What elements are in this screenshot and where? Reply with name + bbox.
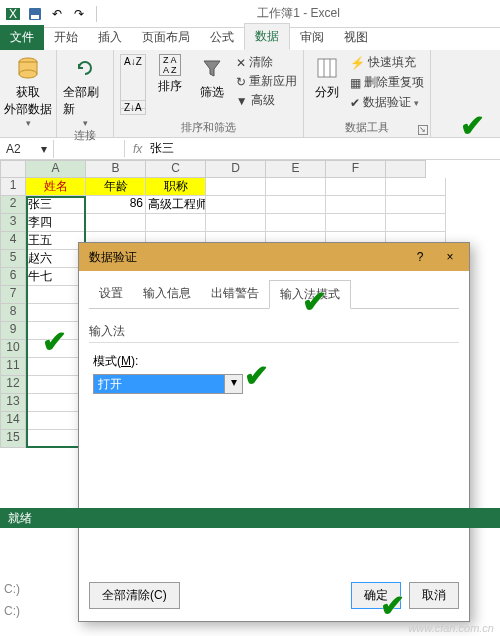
cell[interactable] <box>26 340 86 358</box>
row-header[interactable]: 14 <box>0 412 26 430</box>
dialog-tab-input-message[interactable]: 输入信息 <box>133 280 201 309</box>
tab-review[interactable]: 审阅 <box>290 25 334 50</box>
reapply-button[interactable]: ↻重新应用 <box>236 73 297 90</box>
cell[interactable]: 李四 <box>26 214 86 232</box>
cell[interactable] <box>26 430 86 448</box>
cell[interactable]: 年龄 <box>86 178 146 196</box>
formula-content[interactable]: 张三 <box>150 140 174 157</box>
row-header[interactable]: 4 <box>0 232 26 250</box>
clear-button[interactable]: ✕清除 <box>236 54 297 71</box>
row-header[interactable]: 9 <box>0 322 26 340</box>
cell[interactable]: 姓名 <box>26 178 86 196</box>
cell[interactable] <box>386 214 446 232</box>
select-all-corner[interactable] <box>0 160 26 178</box>
row-header[interactable]: 11 <box>0 358 26 376</box>
data-validation-button[interactable]: ✔数据验证▾ <box>350 94 424 111</box>
cell[interactable]: 高级工程师 <box>146 196 206 214</box>
cell[interactable]: 赵六 <box>26 250 86 268</box>
cell[interactable] <box>26 322 86 340</box>
row-header[interactable]: 7 <box>0 286 26 304</box>
cell[interactable] <box>386 178 446 196</box>
save-icon[interactable] <box>26 5 44 23</box>
ime-group-legend: 输入法 <box>89 323 459 340</box>
cell[interactable] <box>266 196 326 214</box>
row-header[interactable]: 8 <box>0 304 26 322</box>
cell[interactable]: 王五 <box>26 232 86 250</box>
sort-za-button[interactable]: Z↓A <box>120 100 146 115</box>
text-to-columns-button[interactable]: 分列 <box>310 54 344 111</box>
group-sort-filter: A↓Z Z AA Z 排序 筛选 ✕清除 ↻重新应用 ▼高级 <box>114 50 304 137</box>
cell[interactable] <box>326 178 386 196</box>
col-header[interactable]: D <box>206 160 266 178</box>
col-header[interactable]: E <box>266 160 326 178</box>
help-button[interactable]: ? <box>405 250 435 264</box>
cell[interactable] <box>26 286 86 304</box>
tab-page-layout[interactable]: 页面布局 <box>132 25 200 50</box>
cell[interactable] <box>326 196 386 214</box>
cell[interactable] <box>26 304 86 322</box>
row-header[interactable]: 2 <box>0 196 26 214</box>
get-external-data-button[interactable]: 获取 外部数据 ▾ <box>6 54 50 128</box>
cell[interactable] <box>146 214 206 232</box>
tab-formulas[interactable]: 公式 <box>200 25 244 50</box>
cell[interactable]: 86 <box>86 196 146 214</box>
remove-duplicates-button[interactable]: ▦删除重复项 <box>350 74 424 91</box>
fx-icon[interactable]: fx <box>133 142 142 156</box>
row-header[interactable]: 3 <box>0 214 26 232</box>
clear-all-button[interactable]: 全部清除(C) <box>89 582 180 609</box>
cell[interactable] <box>206 196 266 214</box>
status-bar: 就绪 <box>0 508 500 528</box>
row-header[interactable]: 10 <box>0 340 26 358</box>
col-header[interactable] <box>386 160 426 178</box>
col-header[interactable]: B <box>86 160 146 178</box>
ok-button[interactable]: 确定 <box>351 582 401 609</box>
row-header[interactable]: 12 <box>0 376 26 394</box>
dialog-tab-ime-mode[interactable]: 输入法模式 <box>269 280 351 309</box>
cell[interactable]: 职称 <box>146 178 206 196</box>
tab-home[interactable]: 开始 <box>44 25 88 50</box>
cell[interactable] <box>26 376 86 394</box>
cell[interactable] <box>26 358 86 376</box>
row-header[interactable]: 13 <box>0 394 26 412</box>
undo-icon[interactable]: ↶ <box>48 5 66 23</box>
cell[interactable] <box>206 214 266 232</box>
svg-point-6 <box>19 70 37 78</box>
row-header[interactable]: 15 <box>0 430 26 448</box>
flash-fill-button[interactable]: ⚡快速填充 <box>350 54 424 71</box>
row-header[interactable]: 5 <box>0 250 26 268</box>
cell[interactable] <box>266 178 326 196</box>
tab-data[interactable]: 数据 <box>244 23 290 50</box>
col-header[interactable]: F <box>326 160 386 178</box>
dialog-title-bar[interactable]: 数据验证 ? × <box>79 243 469 271</box>
cell[interactable]: 牛七 <box>26 268 86 286</box>
cell[interactable] <box>26 412 86 430</box>
mode-dropdown[interactable]: 打开 ▾ <box>93 374 243 394</box>
funnel-icon <box>198 54 226 82</box>
refresh-all-button[interactable]: 全部刷新 ▾ <box>63 54 107 128</box>
tab-file[interactable]: 文件 <box>0 25 44 50</box>
refresh-label: 全部刷新 <box>63 84 107 118</box>
cell[interactable] <box>206 178 266 196</box>
cell[interactable]: 张三 <box>26 196 86 214</box>
redo-icon[interactable]: ↷ <box>70 5 88 23</box>
row-header[interactable]: 1 <box>0 178 26 196</box>
dialog-launcher-icon[interactable]: ↘ <box>418 125 428 135</box>
tab-view[interactable]: 视图 <box>334 25 378 50</box>
tab-insert[interactable]: 插入 <box>88 25 132 50</box>
col-header[interactable]: A <box>26 160 86 178</box>
close-button[interactable]: × <box>435 250 465 264</box>
dialog-tab-error-alert[interactable]: 出错警告 <box>201 280 269 309</box>
cell[interactable] <box>86 214 146 232</box>
chevron-down-icon[interactable]: ▾ <box>224 375 242 393</box>
dialog-tab-settings[interactable]: 设置 <box>89 280 133 309</box>
cell[interactable] <box>326 214 386 232</box>
cancel-button[interactable]: 取消 <box>409 582 459 609</box>
cell[interactable] <box>266 214 326 232</box>
group-external-data: 获取 外部数据 ▾ <box>0 50 57 137</box>
cell[interactable] <box>386 196 446 214</box>
name-box[interactable]: A2 ▾ <box>0 140 54 158</box>
row-header[interactable]: 6 <box>0 268 26 286</box>
caret-down-icon: ▾ <box>83 118 88 128</box>
col-header[interactable]: C <box>146 160 206 178</box>
cell[interactable] <box>26 394 86 412</box>
